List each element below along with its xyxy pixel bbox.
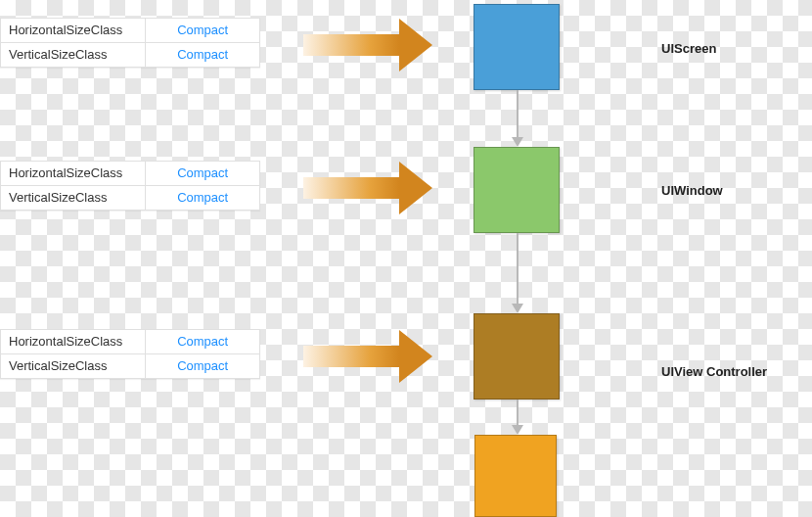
trait-key: HorizontalSizeClass — [1, 162, 146, 186]
arrow-shaft — [303, 177, 399, 199]
flow-line — [517, 90, 519, 137]
trait-value: Compact — [146, 162, 260, 186]
node-uiscreen-square — [474, 4, 560, 90]
trait-value: Compact — [146, 330, 260, 354]
node-uiwindow-square — [474, 147, 560, 233]
node-child-square — [474, 435, 557, 517]
node-label-uiviewcontroller: UIView Controller — [661, 364, 767, 379]
node-label-uiwindow: UIWindow — [661, 183, 723, 198]
trait-key: HorizontalSizeClass — [1, 19, 146, 43]
arrow-right-icon — [303, 19, 430, 71]
arrow-head-icon — [399, 19, 432, 71]
trait-value: Compact — [146, 354, 260, 379]
arrow-shaft — [303, 34, 399, 56]
trait-table-uiwindow: HorizontalSizeClass Compact VerticalSize… — [0, 161, 260, 211]
trait-key: VerticalSizeClass — [1, 354, 146, 379]
trait-key: HorizontalSizeClass — [1, 330, 146, 354]
flow-line — [517, 233, 519, 304]
arrow-head-icon — [399, 330, 432, 383]
arrow-down-icon — [512, 425, 523, 435]
flow-line — [517, 400, 519, 425]
arrow-down-icon — [512, 137, 523, 147]
trait-table-uiviewcontroller: HorizontalSizeClass Compact VerticalSize… — [0, 329, 260, 379]
node-uiviewcontroller-square — [474, 313, 560, 400]
arrow-head-icon — [399, 162, 432, 214]
arrow-right-icon — [303, 330, 430, 383]
trait-key: VerticalSizeClass — [1, 43, 146, 68]
arrow-down-icon — [512, 304, 523, 313]
trait-key: VerticalSizeClass — [1, 186, 146, 211]
arrow-shaft — [303, 346, 399, 367]
arrow-right-icon — [303, 162, 430, 214]
trait-value: Compact — [146, 186, 260, 211]
trait-value: Compact — [146, 19, 260, 43]
trait-value: Compact — [146, 43, 260, 68]
trait-table-uiscreen: HorizontalSizeClass Compact VerticalSize… — [0, 18, 260, 68]
node-label-uiscreen: UIScreen — [661, 41, 716, 56]
